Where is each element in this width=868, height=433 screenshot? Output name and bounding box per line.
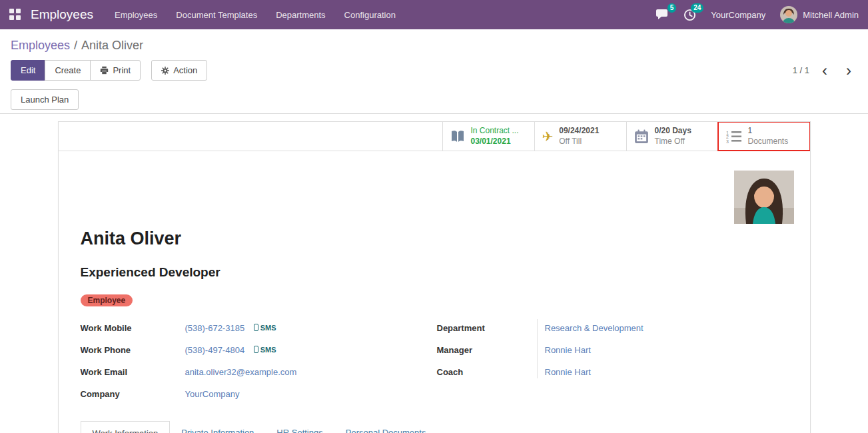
sms-button[interactable]: SMS xyxy=(254,324,276,332)
work-phone-value[interactable]: (538)-497-4804 xyxy=(185,345,245,355)
breadcrumb-parent[interactable]: Employees xyxy=(11,39,70,52)
sms-label: SMS xyxy=(260,346,276,354)
tab-private-information[interactable]: Private Information xyxy=(170,421,265,433)
avatar-image xyxy=(780,6,797,23)
field-row-work-mobile: Work Mobile (538)-672-3185 SMS xyxy=(81,317,437,339)
print-button[interactable]: Print xyxy=(90,60,141,81)
tab-hr-settings[interactable]: HR Settings xyxy=(265,421,334,433)
user-avatar[interactable] xyxy=(780,6,797,23)
work-email-value[interactable]: anita.oliver32@example.com xyxy=(185,367,297,377)
control-panel-buttons: Edit Create Print Action 1 / 1 ‹ › xyxy=(0,55,868,81)
app-menu: Employees Document Templates Departments… xyxy=(115,7,396,23)
job-title: Experienced Developer xyxy=(81,265,788,280)
field-row-manager: Manager Ronnie Hart xyxy=(437,339,788,361)
stat-documents-label: Documents xyxy=(748,137,789,147)
pager-next-icon[interactable]: › xyxy=(840,64,857,77)
menu-document-templates[interactable]: Document Templates xyxy=(176,7,257,23)
employee-name: Anita Oliver xyxy=(81,228,788,249)
breadcrumb-separator: / xyxy=(74,39,77,52)
stat-button-off-till[interactable]: ✈ 09/24/2021 Off Till xyxy=(534,122,626,151)
stat-button-documents[interactable]: 123 1 Documents xyxy=(718,122,810,151)
create-button[interactable]: Create xyxy=(45,60,91,81)
coach-value[interactable]: Ronnie Hart xyxy=(545,367,591,377)
top-navbar: Employees Employees Document Templates D… xyxy=(0,0,868,29)
work-phone-label: Work Phone xyxy=(81,345,185,355)
field-row-department: Department Research & Development xyxy=(437,317,788,339)
breadcrumb: Employees/Anita Oliver xyxy=(0,29,868,55)
stat-button-contract[interactable]: In Contract ... 03/01/2021 xyxy=(442,122,534,151)
apps-menu-icon[interactable] xyxy=(9,9,21,21)
sms-button[interactable]: SMS xyxy=(254,346,276,354)
sheet-body: Anita Oliver Experienced Developer Emplo… xyxy=(59,228,810,433)
action-button[interactable]: Action xyxy=(151,60,207,81)
user-menu[interactable]: Mitchell Admin xyxy=(803,10,859,20)
manager-label: Manager xyxy=(437,345,537,355)
company-value[interactable]: YourCompany xyxy=(185,389,240,399)
work-mobile-label: Work Mobile xyxy=(81,323,185,333)
manager-value[interactable]: Ronnie Hart xyxy=(545,345,591,355)
employee-photo-image xyxy=(734,171,794,224)
field-row-coach: Coach Ronnie Hart xyxy=(437,361,788,383)
stat-time-off-label: Time Off xyxy=(655,137,691,147)
mobile-phone-icon xyxy=(254,324,258,331)
right-field-column: Department Research & Development Manage… xyxy=(437,317,788,405)
form-view: In Contract ... 03/01/2021 ✈ 09/24/2021 … xyxy=(0,114,868,433)
field-row-work-email: Work Email anita.oliver32@example.com xyxy=(81,361,437,383)
employee-tag: Employee xyxy=(81,294,133,306)
book-icon xyxy=(450,130,465,143)
stat-off-till-date: 09/24/2021 xyxy=(559,126,599,137)
field-columns: Work Mobile (538)-672-3185 SMS Work Phon… xyxy=(81,317,788,405)
stat-contract-date: 03/01/2021 xyxy=(471,137,519,147)
notebook-tabs: Work Information Private Information HR … xyxy=(81,421,788,433)
messages-badge: 5 xyxy=(667,3,677,13)
calendar-icon xyxy=(634,129,649,144)
activities-badge: 24 xyxy=(691,3,703,13)
action-label: Action xyxy=(173,65,197,75)
app-name[interactable]: Employees xyxy=(31,7,93,22)
activities-button[interactable]: 24 xyxy=(683,9,696,21)
pager: 1 / 1 ‹ › xyxy=(793,64,857,77)
stat-button-time-off[interactable]: 0/20 Days Time Off xyxy=(626,122,718,151)
company-switcher[interactable]: YourCompany xyxy=(711,10,765,20)
launch-plan-row: Launch Plan xyxy=(0,81,868,114)
mobile-phone-icon xyxy=(254,346,258,353)
menu-configuration[interactable]: Configuration xyxy=(344,7,396,23)
department-label: Department xyxy=(437,323,537,333)
coach-label: Coach xyxy=(437,367,537,377)
menu-departments[interactable]: Departments xyxy=(276,7,325,23)
company-label: Company xyxy=(81,389,185,399)
edit-button[interactable]: Edit xyxy=(11,60,45,81)
department-value[interactable]: Research & Development xyxy=(545,323,644,333)
employee-photo xyxy=(734,171,794,224)
tab-work-information[interactable]: Work Information xyxy=(81,421,171,433)
pager-previous-icon[interactable]: ‹ xyxy=(816,64,833,77)
stat-button-bar: In Contract ... 03/01/2021 ✈ 09/24/2021 … xyxy=(59,122,810,151)
svg-text:3: 3 xyxy=(726,139,729,143)
launch-plan-button[interactable]: Launch Plan xyxy=(11,89,79,110)
ordered-list-icon: 123 xyxy=(726,130,742,143)
printer-icon xyxy=(100,66,109,75)
left-field-column: Work Mobile (538)-672-3185 SMS Work Phon… xyxy=(81,317,437,405)
sms-label: SMS xyxy=(260,324,276,332)
systray: 5 24 YourCompany Mitchell Admin xyxy=(655,6,859,23)
messages-button[interactable]: 5 xyxy=(655,9,669,21)
stat-contract-label: In Contract ... xyxy=(471,126,519,137)
field-row-work-phone: Work Phone (538)-497-4804 SMS xyxy=(81,339,437,361)
stat-off-till-label: Off Till xyxy=(559,137,599,147)
print-label: Print xyxy=(113,65,131,75)
stat-time-off-days: 0/20 Days xyxy=(655,126,691,137)
pager-value[interactable]: 1 / 1 xyxy=(793,65,809,75)
work-email-label: Work Email xyxy=(81,367,185,377)
tab-personal-documents[interactable]: Personal Documents xyxy=(334,421,438,433)
gear-icon xyxy=(161,67,169,75)
work-mobile-value[interactable]: (538)-672-3185 xyxy=(185,323,245,333)
menu-employees[interactable]: Employees xyxy=(115,7,157,23)
field-row-company: Company YourCompany xyxy=(81,383,437,405)
breadcrumb-current: Anita Oliver xyxy=(81,39,143,52)
employee-form-sheet: In Contract ... 03/01/2021 ✈ 09/24/2021 … xyxy=(58,121,811,433)
chat-bubble-icon xyxy=(655,9,669,21)
stat-documents-count: 1 xyxy=(748,126,789,137)
plane-icon: ✈ xyxy=(542,130,554,143)
